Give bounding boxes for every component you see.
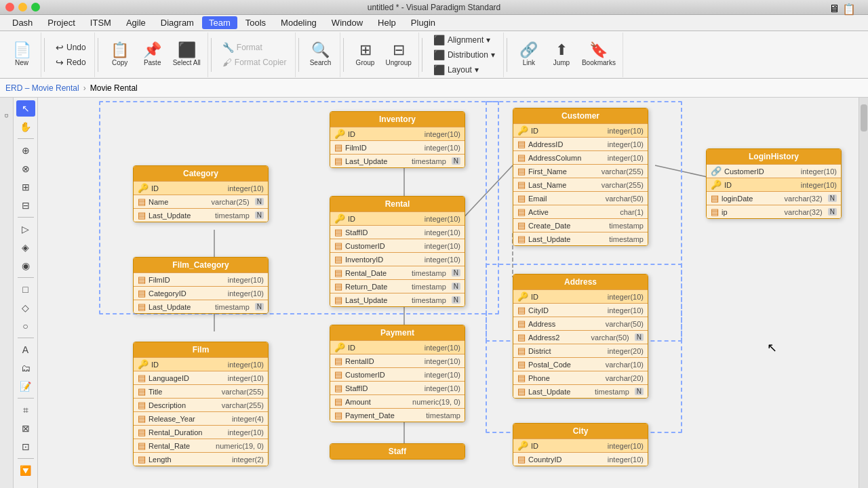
tool-13[interactable]: 📝 — [16, 378, 35, 394]
panel-icon-1[interactable]: 🖥 — [829, 3, 840, 16]
tool-8[interactable]: □ — [16, 281, 35, 298]
tool-select[interactable]: ↖ — [16, 100, 35, 117]
bookmarks-button[interactable]: 🔖 Bookmarks — [579, 41, 618, 68]
group-button[interactable]: ⊞ Group — [351, 41, 380, 68]
table-film-row-desc: ▤ Description varchar(255) — [134, 398, 268, 411]
menubar: Dash Project ITSM Agile Diagram Team Too… — [0, 15, 868, 31]
tool-2[interactable]: ⊗ — [16, 161, 35, 177]
table-film-row-title: ▤ Title varchar(255) — [134, 384, 268, 398]
toolbar-sep-6 — [422, 38, 422, 72]
tool-5[interactable]: ▷ — [16, 221, 35, 237]
undo-button[interactable]: ↩ Undo — [52, 41, 90, 54]
breadcrumb-root[interactable]: ERD – Movie Rental — [5, 83, 79, 93]
distribution-label: Distribution — [448, 50, 488, 60]
menu-plugin[interactable]: Plugin — [404, 16, 442, 29]
tool-6[interactable]: ◈ — [16, 239, 35, 256]
canvas[interactable]: Inventory 🔑 ID integer(10) ▤ FilmID inte… — [38, 98, 859, 488]
copy-label: Copy — [112, 59, 127, 66]
menu-agile[interactable]: Agile — [119, 16, 153, 29]
tool-9[interactable]: ◇ — [16, 300, 35, 316]
table-rental-row-id: 🔑 ID integer(10) — [330, 211, 465, 225]
tool-1[interactable]: ⊕ — [16, 142, 35, 159]
table-film-row-length: ▤ Length integer(2) — [134, 452, 268, 466]
table-payment: Payment 🔑 ID integer(10) ▤ RentalID inte… — [330, 325, 465, 422]
alignment-button[interactable]: ⬛ Alignment ▾ — [429, 33, 499, 47]
table-loginhistory-row-id: 🔑 ID integer(10) — [707, 178, 841, 191]
format-button[interactable]: 🔧 Format — [218, 41, 291, 54]
table-rental-row-rentaldate: ▤ Rental_Date timestamp N — [330, 266, 465, 279]
table-film-category-row-categoryid: ▤ CategoryID integer(10) — [134, 286, 268, 300]
breadcrumb-current: Movie Rental — [90, 83, 138, 93]
search-button[interactable]: 🔍 Search — [306, 41, 336, 68]
link-button[interactable]: 🔗 Link — [514, 41, 544, 68]
window-controls[interactable] — [5, 3, 40, 12]
table-rental-row-staffid: ▤ StaffID integer(10) — [330, 225, 465, 239]
format-icon: 🔧 — [222, 42, 234, 53]
titlebar: untitled * - Visual Paradigm Standard — [0, 0, 868, 15]
table-customer-row-lastname: ▤ Last_Name varchar(255) — [513, 178, 648, 191]
table-inventory-row-filmid: ▤ FilmID integer(10) — [330, 140, 465, 154]
jump-button[interactable]: ⬆ Jump — [547, 41, 576, 68]
group-icon: ⊞ — [359, 43, 372, 58]
table-payment-row-id: 🔑 ID integer(10) — [330, 340, 465, 354]
format-copier-button[interactable]: 🖌 Format Copier — [218, 56, 291, 69]
table-customer: Customer 🔑 ID integer(10) ▤ AddressID in… — [513, 108, 648, 246]
menu-dash[interactable]: Dash — [5, 16, 39, 29]
close-button[interactable] — [5, 3, 14, 12]
tool-4[interactable]: ⊟ — [16, 197, 35, 214]
menu-tools[interactable]: Tools — [239, 16, 273, 29]
right-scrollbar[interactable] — [859, 98, 868, 488]
distribution-button[interactable]: ⬛ Distribution ▾ — [429, 48, 499, 62]
menu-itsm[interactable]: ITSM — [83, 16, 118, 29]
menu-diagram[interactable]: Diagram — [154, 16, 201, 29]
tool-17[interactable]: 🔽 — [16, 462, 35, 479]
table-film-header: Film — [134, 342, 268, 357]
table-film-category: Film_Category ▤ FilmID integer(10) ▤ Cat… — [133, 257, 269, 314]
menu-window[interactable]: Window — [325, 16, 370, 29]
new-button[interactable]: 📄 New — [7, 41, 37, 68]
format-copier-icon: 🖌 — [222, 57, 232, 68]
menu-project[interactable]: Project — [41, 16, 81, 29]
menu-modeling[interactable]: Modeling — [274, 16, 323, 29]
minimize-button[interactable] — [18, 3, 27, 12]
paste-label: Paste — [144, 59, 161, 66]
maximize-button[interactable] — [31, 3, 40, 12]
tool-3[interactable]: ⊞ — [16, 179, 35, 195]
layout-button[interactable]: ⬛ Layout ▾ — [429, 63, 499, 77]
bookmarks-icon: 🔖 — [589, 43, 608, 58]
table-inventory-row-update: ▤ Last_Update timestamp N — [330, 154, 465, 167]
toolbar-sep-7 — [507, 38, 507, 72]
table-category-row-name: ▤ Name varchar(25) N — [134, 195, 268, 208]
tool-12[interactable]: 🗂 — [16, 360, 35, 376]
table-address: Address 🔑 ID integer(10) ▤ CityID intege… — [513, 274, 648, 399]
select-all-button[interactable]: ⬛ Select All — [170, 41, 203, 68]
tool-pan[interactable]: ✋ — [16, 119, 35, 135]
table-payment-row-paymentdate: ▤ Payment_Date timestamp — [330, 408, 465, 422]
diagram-navigator-label: D — [3, 114, 9, 118]
menu-help[interactable]: Help — [371, 16, 403, 29]
menu-team[interactable]: Team — [202, 16, 237, 29]
panel-icon-2[interactable]: 📋 — [842, 3, 856, 16]
tool-15[interactable]: ⊠ — [16, 420, 35, 436]
table-loginhistory-row-ip: ▤ ip varchar(32) N — [707, 205, 841, 218]
bookmarks-label: Bookmarks — [582, 59, 616, 66]
ungroup-button[interactable]: ⊟ Ungroup — [383, 41, 414, 68]
table-customer-header: Customer — [513, 108, 648, 123]
jump-icon: ⬆ — [555, 43, 568, 58]
pk-icon: 🔑 — [334, 129, 345, 139]
left-sidebar: D — [0, 98, 14, 488]
scrollbar-thumb[interactable] — [861, 104, 867, 131]
alignment-label: Alignment — [448, 35, 484, 45]
redo-icon: ↪ — [56, 57, 64, 68]
tool-10[interactable]: ○ — [16, 318, 35, 334]
tool-11[interactable]: A — [16, 342, 35, 358]
paste-button[interactable]: 📌 Paste — [138, 41, 167, 68]
redo-button[interactable]: ↪ Redo — [52, 56, 90, 69]
format-copier-label: Format Copier — [235, 58, 287, 67]
table-payment-header: Payment — [330, 325, 465, 340]
copy-button[interactable]: 📋 Copy — [105, 41, 135, 68]
tool-7[interactable]: ◉ — [16, 258, 35, 274]
tool-16[interactable]: ⊡ — [16, 439, 35, 455]
table-city-row-countryid: ▤ CountryID integer(10) — [513, 452, 648, 466]
tool-14[interactable]: ⌗ — [16, 402, 35, 418]
